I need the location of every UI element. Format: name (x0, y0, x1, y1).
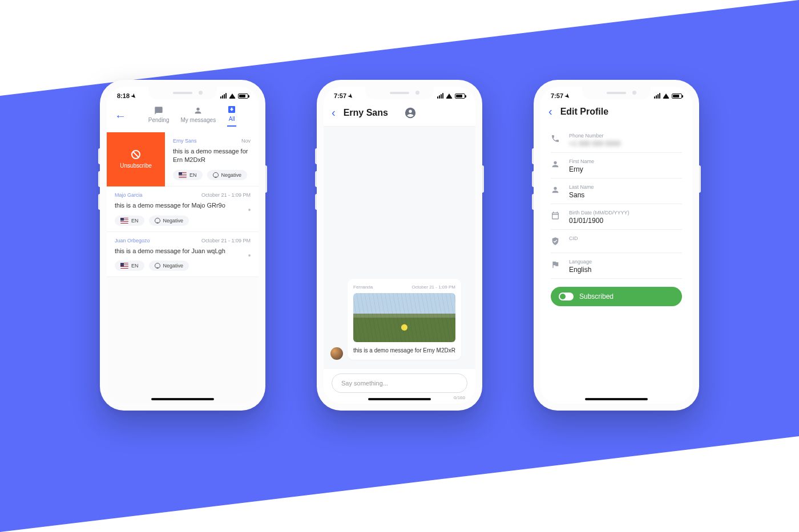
sentiment-chip: Negative (149, 216, 189, 226)
page-title: Edit Profile (560, 107, 608, 117)
tab-my-messages[interactable]: My messages (181, 106, 216, 127)
signal-icon (220, 93, 227, 99)
bubble-date: October 21 - 1:09 PM (411, 285, 455, 290)
unread-dot (248, 209, 251, 211)
battery-icon (238, 94, 248, 99)
calendar-icon (551, 210, 561, 222)
chat-body[interactable]: FernandaOctober 21 - 1:09 PM this is a d… (324, 127, 475, 369)
location-icon: ➤ (563, 92, 571, 100)
sentiment-icon (155, 263, 160, 269)
us-flag-icon (120, 218, 128, 224)
phone-profile: 7:57 ➤ ‹ Edit Profile Phone Number+1 000… (534, 80, 699, 411)
toggle-icon (559, 293, 574, 300)
us-flag-icon (179, 172, 187, 178)
messages-header: ← Pending My messages All (107, 101, 259, 132)
message-body: this is a demo message for Juan wqLgh (115, 247, 251, 255)
message-image[interactable] (353, 293, 455, 342)
chat-header: ‹ Erny Sans (324, 101, 475, 127)
back-button[interactable]: ← (115, 109, 126, 123)
birth-date-field[interactable]: Birth Date (MM/DD/YYYY)01/01/1900 (551, 204, 682, 230)
lang-chip: EN (115, 261, 144, 271)
message-date: October 21 - 1:09 PM (201, 238, 251, 243)
notch (148, 87, 217, 99)
us-flag-icon (120, 263, 128, 269)
message-icon (154, 106, 163, 115)
compose-input[interactable]: Say something... (332, 373, 467, 393)
first-name-field[interactable]: First NameErny (551, 153, 682, 178)
sentiment-chip: Negative (149, 261, 189, 271)
wifi-icon (229, 94, 236, 99)
home-indicator[interactable] (368, 398, 431, 400)
person-icon (551, 159, 561, 171)
message-row[interactable]: Unsubscribe Erny SansNov this is a demo … (107, 132, 259, 186)
profile-header: ‹ Edit Profile (540, 101, 692, 124)
phone-field[interactable]: Phone Number+1 000 000 0000 (551, 127, 682, 153)
tab-all[interactable]: All (227, 105, 236, 127)
sentiment-icon (155, 218, 160, 224)
tab-pending[interactable]: Pending (148, 106, 170, 127)
phone-chat: 7:57 ➤ ‹ Erny Sans FernandaOctober 21 - … (317, 80, 482, 411)
block-icon (131, 150, 140, 159)
notch (365, 87, 434, 99)
person-icon (551, 184, 561, 197)
subscribed-toggle[interactable]: Subscribed (551, 287, 682, 306)
phone-messages: 8:18 ➤ ← Pending My messages All Unsubsc… (100, 80, 265, 411)
lang-chip: EN (173, 170, 203, 180)
chat-title: Erny Sans (344, 108, 388, 118)
cid-field[interactable]: CID (551, 230, 682, 253)
inbox-icon (227, 105, 236, 114)
person-icon (193, 106, 203, 115)
location-icon: ➤ (346, 92, 354, 100)
message-row[interactable]: Juan OrbegozoOctober 21 - 1:09 PM this i… (107, 232, 259, 278)
shield-icon (551, 235, 561, 248)
message-sender: Juan Orbegozo (115, 238, 150, 243)
unsubscribe-button[interactable]: Unsubscribe (107, 132, 165, 186)
notch (582, 87, 651, 99)
language-field[interactable]: LanguageEnglish (551, 253, 682, 279)
sentiment-icon (213, 172, 219, 178)
message-list[interactable]: Unsubscribe Erny SansNov this is a demo … (107, 132, 259, 404)
bubble-text: this is a demo message for Erny M2DxR (353, 347, 455, 355)
back-button[interactable]: ‹ (332, 106, 336, 119)
message-body: this is a demo message for Majo GRr9o (115, 201, 251, 210)
home-indicator[interactable] (151, 398, 214, 400)
message-row[interactable]: Majo GarciaOctober 21 - 1:09 PM this is … (107, 186, 259, 232)
message-bubble[interactable]: FernandaOctober 21 - 1:09 PM this is a d… (348, 279, 461, 360)
message-body: this is a demo message for Ern M2DxR (173, 147, 251, 164)
back-button[interactable]: ‹ (548, 105, 552, 118)
profile-button[interactable] (404, 107, 417, 119)
sentiment-chip: Negative (207, 170, 248, 180)
home-indicator[interactable] (585, 398, 648, 400)
location-icon: ➤ (130, 92, 137, 100)
last-name-field[interactable]: Last NameSans (551, 178, 682, 204)
phone-icon (551, 133, 561, 145)
lang-chip: EN (115, 216, 144, 226)
bubble-sender: Fernanda (353, 285, 373, 290)
flag-icon (551, 259, 561, 271)
message-date: October 21 - 1:09 PM (201, 192, 251, 198)
sender-avatar[interactable] (330, 347, 343, 360)
message-date: Nov (241, 138, 251, 144)
message-sender: Erny Sans (173, 138, 197, 144)
unread-dot (248, 254, 251, 257)
message-sender: Majo Garcia (115, 192, 143, 198)
profile-form: Phone Number+1 000 000 0000 First NameEr… (540, 124, 692, 404)
